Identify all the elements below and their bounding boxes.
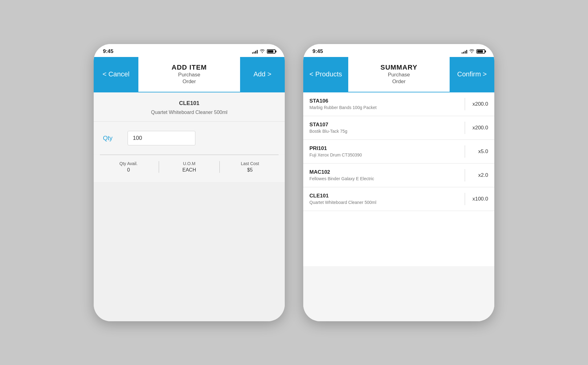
summary-item-name: Marbig Rubber Bands 100g Packet <box>309 105 460 110</box>
page-subtitle-1: Purchase Order <box>178 71 200 85</box>
summary-item-code: STA107 <box>309 122 460 128</box>
add-item-content: CLE101 Quartet Whiteboard Cleaner 500ml … <box>94 92 285 321</box>
product-code: CLE101 <box>103 100 276 107</box>
summary-item-divider <box>465 122 465 134</box>
qty-section: Qty <box>94 122 285 155</box>
last-cost-cell: Last Cost $5 <box>221 161 279 173</box>
list-item[interactable]: STA106 Marbig Rubber Bands 100g Packet x… <box>303 92 494 116</box>
summary-item-divider <box>465 169 465 181</box>
list-item[interactable]: MAC102 Fellowes Binder Galaxy E Electric… <box>303 164 494 187</box>
list-item[interactable]: CLE101 Quartet Whiteboard Cleaner 500ml … <box>303 187 494 211</box>
summary-item-divider <box>465 98 465 110</box>
summary-list: STA106 Marbig Rubber Bands 100g Packet x… <box>303 92 494 266</box>
product-name: Quartet Whiteboard Cleaner 500ml <box>103 110 276 115</box>
uom-label: U.O.M <box>183 161 195 166</box>
summary-item-qty: x100.0 <box>470 196 488 202</box>
last-cost-label: Last Cost <box>241 161 259 166</box>
qty-input[interactable] <box>128 131 195 145</box>
status-icons-2 <box>462 49 485 54</box>
page-title-2: SUMMARY <box>380 63 417 71</box>
header-center-2: SUMMARY Purchase Order <box>348 57 450 92</box>
summary-item-info: STA107 Bostik Blu-Tack 75g <box>309 122 460 134</box>
wifi-icon-2 <box>469 49 475 54</box>
signal-icon-2 <box>462 49 467 54</box>
status-time-1: 9:45 <box>103 48 113 55</box>
summary-item-code: PRI101 <box>309 145 460 152</box>
products-button[interactable]: < Products <box>303 57 348 92</box>
cancel-button[interactable]: < Cancel <box>94 57 138 92</box>
list-item[interactable]: STA107 Bostik Blu-Tack 75g x200.0 <box>303 116 494 140</box>
qty-avail-label: Qty Avail. <box>120 161 138 166</box>
summary-content: STA106 Marbig Rubber Bands 100g Packet x… <box>303 92 494 321</box>
summary-item-info: PRI101 Fuji Xerox Drum CT350390 <box>309 145 460 157</box>
summary-item-code: MAC102 <box>309 169 460 175</box>
summary-item-qty: x2.0 <box>470 172 488 178</box>
status-bar-2: 9:45 <box>303 44 494 57</box>
confirm-button[interactable]: Confirm > <box>450 57 494 92</box>
header-center-1: ADD ITEM Purchase Order <box>138 57 240 92</box>
summary-item-name: Bostik Blu-Tack 75g <box>309 129 460 134</box>
summary-item-name: Quartet Whiteboard Cleaner 500ml <box>309 200 460 205</box>
summary-item-info: STA106 Marbig Rubber Bands 100g Packet <box>309 98 460 110</box>
qty-label: Qty <box>103 135 121 142</box>
last-cost-value: $5 <box>247 167 253 173</box>
phone-add-item: 9:45 < Cancel ADD ITEM <box>94 44 285 321</box>
info-row: Qty Avail. 0 U.O.M EACH Last Cost $5 <box>94 155 285 182</box>
status-bar-1: 9:45 <box>94 44 285 57</box>
header-bar-2: < Products SUMMARY Purchase Order Confir… <box>303 57 494 92</box>
qty-avail-value: 0 <box>127 167 130 173</box>
summary-item-divider <box>465 145 465 158</box>
list-item[interactable]: PRI101 Fuji Xerox Drum CT350390 x5.0 <box>303 140 494 164</box>
product-info-box: CLE101 Quartet Whiteboard Cleaner 500ml <box>94 92 285 122</box>
summary-item-name: Fellowes Binder Galaxy E Electric <box>309 176 460 181</box>
battery-icon-2 <box>476 49 485 54</box>
page-title-1: ADD ITEM <box>172 63 207 71</box>
summary-item-info: MAC102 Fellowes Binder Galaxy E Electric <box>309 169 460 181</box>
status-icons-1 <box>252 49 276 54</box>
status-time-2: 9:45 <box>312 48 323 55</box>
info-divider-2 <box>219 161 220 173</box>
battery-icon-1 <box>267 49 276 54</box>
add-button[interactable]: Add > <box>240 57 285 92</box>
summary-item-info: CLE101 Quartet Whiteboard Cleaner 500ml <box>309 193 460 205</box>
info-divider-1 <box>159 161 159 173</box>
uom-value: EACH <box>182 167 196 173</box>
page-subtitle-2: Purchase Order <box>388 71 410 85</box>
summary-item-name: Fuji Xerox Drum CT350390 <box>309 152 460 157</box>
summary-item-qty: x5.0 <box>470 148 488 155</box>
summary-footer <box>303 266 494 321</box>
summary-item-code: CLE101 <box>309 193 460 199</box>
signal-icon-1 <box>252 49 258 54</box>
summary-item-qty: x200.0 <box>470 125 488 131</box>
uom-cell: U.O.M EACH <box>161 161 218 173</box>
summary-item-qty: x200.0 <box>470 101 488 107</box>
wifi-icon-1 <box>259 49 265 54</box>
header-bar-1: < Cancel ADD ITEM Purchase Order Add > <box>94 57 285 92</box>
summary-item-code: STA106 <box>309 98 460 104</box>
phone-summary: 9:45 < Products SUMMARY <box>303 44 494 321</box>
summary-item-divider <box>465 193 465 205</box>
qty-avail-cell: Qty Avail. 0 <box>100 161 157 173</box>
